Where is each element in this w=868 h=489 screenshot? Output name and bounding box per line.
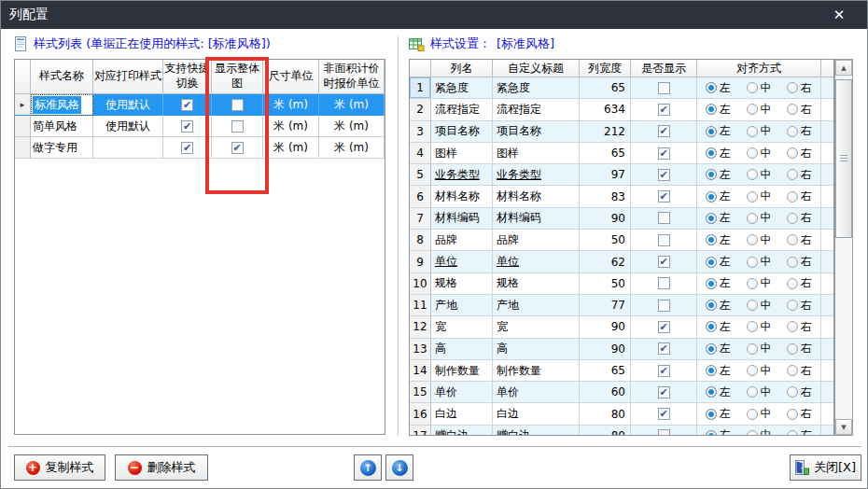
align-left-radio[interactable]: 左 [706,232,731,248]
align-left-radio[interactable]: 左 [706,123,731,139]
column-setting-row[interactable]: 11 产地 产地 77 左 中 右 [410,295,833,316]
align-right-radio[interactable]: 右 [787,254,812,270]
column-setting-row[interactable]: 6 材料名称 材料名称 83 ✔ 左 中 右 [410,186,833,207]
align-left-radio[interactable]: 左 [706,427,731,436]
align-right-radio[interactable]: 右 [787,210,812,226]
align-center-radio[interactable]: 中 [747,210,772,226]
column-width-cell[interactable]: 62 [580,251,631,272]
size-unit-cell[interactable]: 米 (m) [263,94,319,116]
column-setting-row[interactable]: 13 高 高 90 ✔ 左 中 右 [410,339,833,360]
align-right-radio[interactable]: 右 [787,363,812,379]
column-width-cell[interactable]: 80 [580,403,631,425]
align-right-radio[interactable]: 右 [787,275,812,291]
print-style-cell[interactable] [93,137,163,159]
column-width-cell[interactable]: 65 [580,77,631,99]
column-width-cell[interactable]: 50 [580,230,631,251]
custom-title-cell[interactable]: 宽 [493,316,580,338]
align-center-radio[interactable]: 中 [747,319,772,335]
size-unit-cell[interactable]: 米 (m) [263,137,319,159]
column-width-cell[interactable]: 634 [580,99,631,120]
style-row[interactable]: 做字专用 ✔ ✔ 米 (m) 米 (m) [15,137,385,159]
delete-style-button[interactable]: − 删除样式 [115,454,208,481]
column-setting-row[interactable]: 10 规格 规格 50 左 中 右 [410,273,833,295]
custom-title-cell[interactable]: 图样 [493,143,580,164]
custom-title-cell[interactable]: 流程指定 [493,99,580,120]
custom-title-cell[interactable]: 白边 [493,403,580,425]
custom-title-cell[interactable]: 单位 [493,251,580,272]
align-right-radio[interactable]: 右 [787,319,812,335]
close-icon[interactable]: ✕ [823,4,855,26]
align-center-radio[interactable]: 中 [747,102,772,118]
align-right-radio[interactable]: 右 [787,80,812,96]
visible-checkbox[interactable]: ✔ [658,365,670,377]
align-center-radio[interactable]: 中 [747,80,772,96]
column-setting-row[interactable]: 1 紧急度 紧急度 65 左 中 右 [410,77,833,99]
align-center-radio[interactable]: 中 [747,298,772,314]
column-setting-row[interactable]: 9 单位 单位 62 ✔ 左 中 右 [410,251,833,272]
custom-title-cell[interactable]: 规格 [493,273,580,295]
visible-checkbox[interactable]: ✔ [658,104,670,116]
align-center-radio[interactable]: 中 [747,189,772,204]
copy-style-button[interactable]: + 复制样式 [14,454,105,481]
close-dialog-button[interactable]: 关闭[X] [790,454,861,481]
column-setting-row[interactable]: 15 单价 单价 60 ✔ 左 中 右 [410,382,833,403]
align-left-radio[interactable]: 左 [706,298,731,314]
scroll-down-icon[interactable]: ▼ [835,419,852,435]
column-setting-row[interactable]: 16 白边 白边 80 ✔ 左 中 右 [410,403,833,425]
align-left-radio[interactable]: 左 [706,406,731,422]
show-overall-checkbox[interactable] [231,99,244,111]
custom-title-cell[interactable]: 材料名称 [493,186,580,207]
visible-checkbox[interactable]: ✔ [658,190,670,203]
visible-checkbox[interactable] [658,300,670,312]
column-width-cell[interactable]: 90 [580,316,631,338]
quick-switch-checkbox[interactable]: ✔ [181,99,193,111]
column-width-cell[interactable]: 60 [580,382,631,403]
size-unit-cell[interactable]: 米 (m) [263,116,319,137]
quick-switch-checkbox[interactable]: ✔ [181,142,193,154]
align-right-radio[interactable]: 右 [787,232,812,248]
align-left-radio[interactable]: 左 [706,167,731,183]
custom-title-cell[interactable]: 产地 [493,295,580,316]
align-left-radio[interactable]: 左 [706,102,731,118]
align-right-radio[interactable]: 右 [787,298,812,314]
column-width-cell[interactable]: 80 [580,426,631,436]
style-row[interactable]: ▸ 标准风格 使用默认 ✔ 米 (m) 米 (m) [15,94,385,116]
column-width-cell[interactable]: 83 [580,186,631,207]
column-setting-row[interactable]: 7 材料编码 材料编码 90 左 中 右 [410,208,833,230]
align-left-radio[interactable]: 左 [706,80,731,96]
custom-title-cell[interactable]: 项目名称 [493,121,580,143]
align-left-radio[interactable]: 左 [706,146,731,161]
align-center-radio[interactable]: 中 [747,275,772,291]
vertical-scrollbar[interactable]: ▲ ▼ [834,59,853,436]
align-right-radio[interactable]: 右 [787,189,812,204]
column-setting-row[interactable]: 2 流程指定 流程指定 634 ✔ 左 中 右 [410,99,833,120]
move-up-button[interactable]: ↑ [354,454,382,481]
column-width-cell[interactable]: 212 [580,121,631,143]
align-left-radio[interactable]: 左 [706,210,731,226]
style-name-cell[interactable]: 做字专用 [31,137,93,159]
visible-checkbox[interactable] [658,212,670,224]
column-setting-row[interactable]: 5 业务类型 业务类型 97 ✔ 左 中 右 [410,164,833,186]
align-left-radio[interactable]: 左 [706,341,731,356]
column-width-cell[interactable]: 65 [580,143,631,164]
align-right-radio[interactable]: 右 [787,102,812,118]
style-name-cell[interactable]: 标准风格 [31,94,93,116]
visible-checkbox[interactable] [658,234,670,246]
align-left-radio[interactable]: 左 [706,384,731,400]
visible-checkbox[interactable]: ✔ [658,256,670,268]
custom-title-cell[interactable]: 业务类型 [493,164,580,186]
column-setting-row[interactable]: 4 图样 图样 65 ✔ 左 中 右 [410,143,833,164]
align-left-radio[interactable]: 左 [706,254,731,270]
column-width-cell[interactable]: 97 [580,164,631,186]
visible-checkbox[interactable] [658,429,670,436]
column-setting-row[interactable]: 8 品牌 品牌 50 左 中 右 [410,230,833,251]
align-right-radio[interactable]: 右 [787,427,812,436]
align-right-radio[interactable]: 右 [787,123,812,139]
column-width-cell[interactable]: 90 [580,208,631,230]
column-setting-row[interactable]: 17 赠白边 赠白边 80 左 中 右 [410,426,833,436]
show-overall-checkbox[interactable]: ✔ [231,142,244,154]
align-right-radio[interactable]: 右 [787,406,812,422]
align-center-radio[interactable]: 中 [747,167,772,183]
column-setting-row[interactable]: 12 宽 宽 90 ✔ 左 中 右 [410,316,833,338]
custom-title-cell[interactable]: 高 [493,339,580,360]
